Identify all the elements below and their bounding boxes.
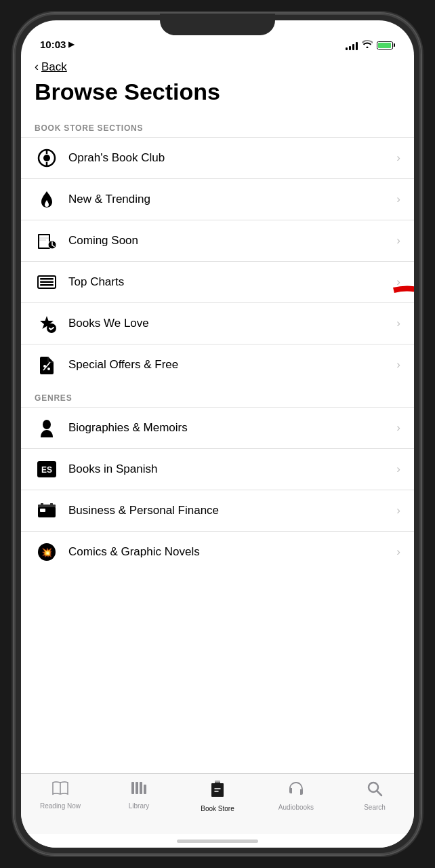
svg-rect-8 (40, 278, 54, 280)
screen: 10:03 ▶ (21, 20, 414, 848)
search-icon (367, 781, 383, 801)
home-indicator (21, 834, 414, 848)
location-icon: ▶ (68, 40, 74, 49)
svg-rect-22 (41, 503, 43, 505)
battery-tip (394, 43, 395, 47)
list-item-coming-soon[interactable]: Coming Soon › (21, 220, 414, 261)
signal-bars (346, 41, 358, 50)
list-item-top-charts[interactable]: Top Charts › (21, 261, 414, 302)
svg-text:ES: ES (41, 465, 52, 475)
top-charts-icon (35, 270, 59, 294)
svg-rect-21 (38, 505, 56, 507)
tab-audiobooks[interactable]: Audiobooks (257, 781, 335, 811)
list-item-books-in-spanish[interactable]: ES Books in Spanish › (21, 448, 414, 490)
list-item-biographies[interactable]: Biographies & Memoirs › (21, 407, 414, 448)
oprahs-book-club-icon (35, 146, 59, 170)
svg-text:💥: 💥 (41, 547, 53, 558)
svg-rect-29 (140, 782, 142, 794)
coming-soon-icon (35, 229, 59, 253)
svg-rect-5 (39, 235, 49, 248)
coming-soon-chevron-icon: › (396, 234, 400, 248)
book-store-icon (209, 781, 226, 802)
books-we-love-icon (35, 311, 59, 336)
list-item-oprahs-book-club[interactable]: Oprah's Book Club › (21, 137, 414, 178)
status-time: 10:03 ▶ (40, 39, 74, 50)
special-offers-icon (35, 353, 59, 377)
biographies-chevron-icon: › (396, 421, 400, 435)
tab-book-store[interactable]: Book Store (178, 781, 257, 812)
svg-rect-10 (40, 284, 54, 286)
back-nav[interactable]: ‹ Back (21, 54, 414, 77)
svg-point-16 (43, 420, 51, 429)
section-header-genres: GENRES (21, 385, 414, 407)
list-item-new-trending[interactable]: New & Trending › (21, 178, 414, 220)
back-button[interactable]: Back (41, 60, 67, 74)
books-we-love-label: Books We Love (68, 317, 396, 330)
new-trending-label: New & Trending (68, 193, 396, 206)
top-charts-chevron-icon: › (396, 275, 400, 289)
books-in-spanish-chevron-icon: › (396, 462, 400, 476)
svg-rect-19 (38, 507, 56, 517)
svg-rect-32 (215, 781, 220, 783)
page-title: Browse Sections (35, 79, 400, 104)
svg-rect-28 (136, 782, 138, 794)
signal-bar-3 (352, 44, 354, 50)
tab-library[interactable]: Library (100, 781, 178, 810)
svg-point-14 (47, 368, 50, 370)
tab-search[interactable]: Search (335, 781, 414, 811)
top-charts-label: Top Charts (68, 275, 396, 289)
back-chevron-icon: ‹ (35, 60, 39, 74)
new-trending-icon (35, 187, 59, 212)
books-in-spanish-label: Books in Spanish (68, 462, 396, 476)
svg-line-34 (377, 791, 382, 796)
time-display: 10:03 (40, 39, 66, 50)
phone-frame: 10:03 ▶ (14, 14, 421, 854)
tab-bar: Reading Now Library (21, 773, 414, 834)
list-item-comics-graphic-novels[interactable]: 💥 Comics & Graphic Novels › (21, 531, 414, 572)
special-offers-label: Special Offers & Free (68, 358, 396, 372)
signal-bar-2 (349, 46, 351, 50)
special-offers-chevron-icon: › (396, 358, 400, 372)
svg-point-12 (47, 323, 56, 333)
business-finance-icon (35, 498, 59, 523)
svg-point-1 (43, 155, 50, 161)
books-in-spanish-icon: ES (35, 457, 59, 481)
audiobooks-tab-label: Audiobooks (278, 804, 314, 811)
oprahs-chevron-icon: › (396, 151, 400, 165)
svg-rect-23 (50, 503, 53, 505)
business-finance-chevron-icon: › (396, 504, 400, 517)
battery-body (377, 41, 393, 50)
coming-soon-label: Coming Soon (68, 234, 396, 248)
new-trending-chevron-icon: › (396, 193, 400, 206)
battery-fill (378, 43, 391, 48)
library-tab-label: Library (129, 802, 150, 810)
svg-rect-27 (131, 782, 134, 794)
reading-now-icon (51, 781, 69, 800)
books-we-love-chevron-icon: › (396, 317, 400, 330)
signal-bar-4 (356, 42, 358, 50)
search-tab-label: Search (364, 804, 386, 811)
biographies-label: Biographies & Memoirs (68, 421, 396, 435)
wifi-icon (362, 40, 373, 50)
svg-rect-20 (40, 509, 45, 512)
book-store-tab-label: Book Store (201, 805, 234, 812)
comics-graphic-novels-label: Comics & Graphic Novels (68, 545, 396, 559)
reading-now-tab-label: Reading Now (40, 802, 81, 810)
audiobooks-icon (287, 781, 305, 801)
library-icon (130, 781, 148, 800)
list-item-books-we-love[interactable]: Books We Love › (21, 302, 414, 344)
list-item-business-finance[interactable]: Business & Personal Finance › (21, 490, 414, 531)
svg-rect-9 (40, 281, 54, 283)
status-icons (346, 40, 395, 50)
comics-graphic-novels-icon: 💥 (35, 540, 59, 564)
content-area: ‹ Back Browse Sections BOOK STORE SECTIO… (21, 54, 414, 773)
signal-bar-1 (346, 47, 348, 50)
biographies-icon (35, 416, 59, 440)
list-item-special-offers[interactable]: Special Offers & Free › (21, 344, 414, 385)
svg-rect-30 (144, 785, 146, 794)
home-bar (177, 840, 258, 843)
oprahs-book-club-label: Oprah's Book Club (68, 151, 396, 165)
section-header-bookstore: BOOK STORE SECTIONS (21, 115, 414, 137)
comics-graphic-novels-chevron-icon: › (396, 545, 400, 559)
tab-reading-now[interactable]: Reading Now (21, 781, 100, 810)
